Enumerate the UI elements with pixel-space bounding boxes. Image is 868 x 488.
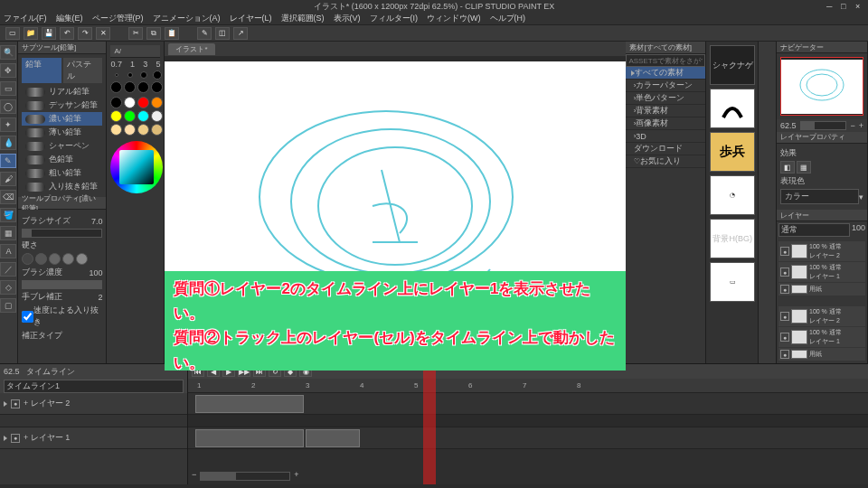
size-swatches[interactable] [110, 70, 160, 93]
material-item[interactable]: 歩兵 [710, 132, 755, 172]
cat-img[interactable]: ›画像素材 [626, 117, 705, 130]
timeline-clip[interactable] [195, 395, 304, 413]
text-tool-icon[interactable]: A [0, 244, 16, 258]
menu-help[interactable]: ヘルプ(H) [490, 13, 526, 24]
effect-border-icon[interactable]: ◧ [780, 161, 795, 174]
line-tool-icon[interactable]: ／ [0, 262, 16, 277]
zoom-tool-icon[interactable]: 🔍 [0, 45, 16, 60]
layer-row[interactable]: ●100 % 通常レイヤー 1 [778, 262, 865, 282]
copy-icon[interactable]: ⧉ [146, 27, 161, 40]
color-wheel[interactable] [110, 141, 163, 193]
brush-item[interactable]: 入り抜き鉛筆 [22, 180, 103, 193]
clear-icon[interactable]: ✕ [96, 27, 110, 40]
close-icon[interactable]: × [855, 2, 864, 11]
visibility-icon[interactable]: ● [780, 350, 789, 359]
undo-icon[interactable]: ↶ [60, 27, 74, 40]
fill-tool-icon[interactable]: 🪣 [0, 208, 16, 222]
brush-item[interactable]: リアル鉛筆 [22, 85, 103, 99]
color-mode-select[interactable]: カラー [780, 189, 859, 204]
timeline-track[interactable] [188, 427, 868, 449]
select-tool-icon[interactable]: ▭ [0, 81, 16, 96]
layer-row[interactable]: ●用紙 [778, 283, 865, 296]
subtab-pastel[interactable]: パステル [63, 58, 103, 83]
timeline-clip[interactable] [306, 429, 360, 447]
layer-row[interactable]: ●100 % 通常レイヤー 1 [778, 327, 865, 347]
timeline-tracks[interactable]: ⏮ ◀ ▶ ▶▶ ⏭ ↻ ◆ ◉ 12345678 − + [188, 364, 868, 484]
frame-tool-icon[interactable]: ▢ [0, 298, 16, 313]
material-item[interactable]: ◔ [710, 175, 755, 215]
minimize-icon[interactable]: ─ [826, 2, 835, 11]
menu-window[interactable]: ウィンドウ(W) [427, 13, 481, 24]
menu-layer[interactable]: レイヤー(L) [230, 13, 272, 24]
pencil-tool-icon[interactable]: ✎ [0, 154, 16, 168]
brush-item[interactable]: 色鉛筆 [22, 153, 103, 166]
timeline-track-header[interactable]: ●+ レイヤー 1 [0, 427, 187, 449]
visibility-icon[interactable]: ● [780, 285, 789, 294]
zoom-out-icon[interactable]: − [850, 121, 854, 130]
cat-fav[interactable]: ♡お気に入り [626, 155, 705, 168]
timeline-track[interactable] [188, 393, 868, 415]
navigator-thumb[interactable] [780, 57, 863, 115]
layer-row[interactable]: ●100 % 通常レイヤー 2 [778, 306, 865, 326]
zoom-slider[interactable] [800, 121, 847, 130]
cat-mono[interactable]: ›単色パターン [626, 92, 705, 105]
brush-item[interactable]: 薄い鉛筆 [22, 126, 103, 139]
cat-bg[interactable]: ›背景素材 [626, 105, 705, 117]
tool-b-icon[interactable]: ◫ [215, 27, 230, 40]
blend-mode-select[interactable]: 通常 [778, 223, 850, 237]
timeline-select[interactable]: タイムライン1 [4, 380, 184, 393]
lasso-tool-icon[interactable]: ◯ [0, 99, 16, 114]
eyedrop-tool-icon[interactable]: 💧 [0, 136, 16, 150]
tl-zoom-in-icon[interactable]: + [294, 470, 298, 483]
redo-icon[interactable]: ↷ [78, 27, 92, 40]
visibility-icon[interactable]: ● [780, 312, 789, 321]
color-swatches[interactable] [110, 97, 160, 136]
tool-c-icon[interactable]: ↗ [233, 27, 248, 40]
maximize-icon[interactable]: □ [841, 2, 850, 11]
shape-tool-icon[interactable]: ◇ [0, 280, 16, 295]
menu-filter[interactable]: フィルター(I) [370, 13, 419, 24]
cut-icon[interactable]: ✂ [128, 27, 143, 40]
visibility-icon[interactable]: ● [780, 267, 789, 277]
move-tool-icon[interactable]: ✥ [0, 63, 16, 78]
zoom-in-icon[interactable]: + [859, 121, 863, 130]
playhead[interactable] [423, 364, 436, 484]
layer-row[interactable]: ●用紙 [778, 348, 865, 361]
timeline-ruler[interactable]: 12345678 [188, 379, 868, 393]
material-search-input[interactable] [626, 54, 705, 67]
brush-item[interactable]: 粗い鉛筆 [22, 166, 103, 180]
save-icon[interactable]: 💾 [42, 27, 56, 40]
menu-page[interactable]: ページ管理(P) [92, 13, 144, 24]
material-item[interactable]: シャクナゲ [710, 45, 755, 85]
brush-item[interactable]: デッサン鉛筆 [22, 99, 103, 112]
visibility-icon[interactable]: ● [780, 333, 789, 342]
brush-tool-icon[interactable]: 🖌 [0, 172, 16, 186]
density-slider[interactable] [22, 280, 103, 289]
cat-dl[interactable]: ダウンロード [626, 143, 705, 155]
layer-row[interactable]: ●100 % 通常レイヤー 2 [778, 241, 865, 261]
open-icon[interactable]: 📁 [24, 27, 38, 40]
visibility-icon[interactable]: ● [780, 247, 789, 256]
cat-3d[interactable]: ›3D [626, 130, 705, 143]
material-item[interactable] [710, 89, 755, 128]
brush-size-slider[interactable] [22, 229, 103, 238]
new-icon[interactable]: ▭ [5, 27, 20, 40]
cat-color[interactable]: ›カラーパターン [626, 80, 705, 92]
tool-a-icon[interactable]: ✎ [197, 27, 212, 40]
paste-icon[interactable]: 📋 [165, 27, 179, 40]
eraser-tool-icon[interactable]: ⌫ [0, 190, 16, 204]
menu-select[interactable]: 選択範囲(S) [281, 13, 325, 24]
menu-animation[interactable]: アニメーション(A) [153, 13, 221, 24]
canvas-area[interactable]: 質問①レイヤー2のタイムライン上にレイヤー1を表示させたい。 質問②トラック上の… [165, 56, 626, 363]
brush-item[interactable]: シャーペン [22, 139, 103, 153]
tl-zoom-out-icon[interactable]: − [192, 470, 196, 483]
wand-tool-icon[interactable]: ✦ [0, 117, 16, 132]
speed-taper-checkbox[interactable] [22, 311, 33, 323]
subtab-pencil[interactable]: 鉛筆 [22, 58, 61, 83]
menu-file[interactable]: ファイル(F) [4, 13, 47, 24]
timeline-clip[interactable] [195, 429, 304, 447]
doc-tab[interactable]: イラスト* [168, 43, 214, 55]
timeline-track-header[interactable]: ●+ レイヤー 2 [0, 393, 187, 415]
material-item[interactable]: ▭ [710, 262, 755, 302]
material-item[interactable]: 背景H(BG) [710, 219, 755, 258]
